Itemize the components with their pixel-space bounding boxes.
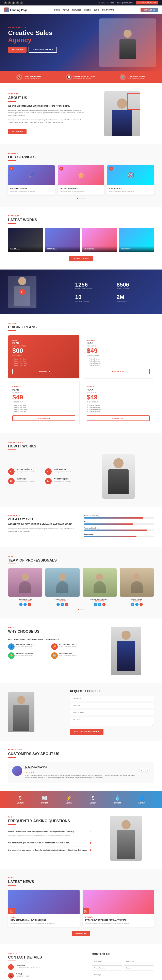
news-divider: [8, 885, 16, 886]
consult-email-input[interactable]: [70, 703, 154, 708]
news-read-more-btn[interactable]: READ MORE: [72, 931, 90, 936]
work-item-4[interactable]: TECHNOLOGY DIGITAL WORK: [119, 228, 154, 252]
contact-divider: [8, 961, 16, 961]
team-tw-3[interactable]: t: [98, 603, 101, 606]
consult-message-input[interactable]: [70, 717, 154, 726]
team-gp-4[interactable]: g: [140, 603, 143, 606]
work-item-1[interactable]: STRATEGY BUSINESS MINDS: [8, 228, 43, 252]
twitter-icon[interactable]: t: [8, 2, 11, 4]
about-text2: Lorem ipsum dolor sit amet, consectetur …: [8, 119, 84, 124]
testimonial-nav: ‹ ›: [139, 768, 150, 773]
nav-home[interactable]: Home: [54, 9, 60, 11]
news-grid: 20JAN CATEGORY HOW RETAILERS CAN CUT CON…: [8, 889, 154, 927]
plan-type-business: BUSINESS: [12, 386, 75, 388]
team-tw-2[interactable]: t: [61, 603, 64, 606]
contact-form-message[interactable]: [92, 972, 154, 980]
team-dot-2[interactable]: [80, 609, 82, 610]
team-fb-3[interactable]: f: [94, 603, 97, 606]
team-gp-2[interactable]: g: [65, 603, 68, 606]
how-steps: 01 Go To Experience Lorem ipsum dolor si…: [8, 468, 79, 484]
team-fb-2[interactable]: f: [57, 603, 60, 606]
partner-name-5: LOREM: [114, 802, 121, 804]
consult-submit-btn[interactable]: GET A FREE CONSULTATION: [70, 729, 103, 735]
contact-form-email[interactable]: [124, 959, 154, 964]
plan-btn-premium[interactable]: CHOOSE PLAN: [87, 415, 150, 421]
how-label: HOW IT WORKS: [8, 441, 154, 443]
how-divider: [8, 449, 16, 450]
faq-item-3: Our specialists approach gets them the m…: [8, 846, 92, 854]
dot-3[interactable]: [82, 197, 83, 199]
work-item-2[interactable]: MARKETING CREATIVE WORK: [45, 228, 80, 252]
read-more-btn[interactable]: READ MORE: [8, 47, 27, 52]
why-right: [98, 627, 154, 675]
step-content-3: Our Design Lorem ipsum dolor sit amet: [17, 478, 33, 483]
nav-about[interactable]: About: [63, 9, 69, 11]
service-title-3: EXTRA READY: [110, 187, 152, 189]
linkedin-icon[interactable]: in: [16, 2, 19, 4]
why-item-desc-4: Lorem ipsum dolor sit amet: [59, 655, 76, 656]
step-desc-3: Lorem ipsum dolor sit amet: [17, 480, 33, 483]
plan-btn-standard[interactable]: CHOOSE PLAN: [87, 369, 150, 374]
schedule-btn[interactable]: SCHEDULE A SERVICE: [29, 47, 57, 52]
about-read-more-btn[interactable]: READ MORE: [8, 129, 27, 134]
services-grid: 01 🖌️ CREATIVE DESIGN Lorem ipsum dolor …: [8, 165, 154, 194]
stat-label-2: HAPPY CLIENTS: [117, 288, 154, 290]
team-dot-3[interactable]: [83, 609, 84, 610]
step-content-4: Project Complete Lorem ipsum dolor sit a…: [54, 478, 71, 483]
team-gp-3[interactable]: g: [102, 603, 105, 606]
team-tw-4[interactable]: t: [135, 603, 138, 606]
hero-title-line2: Agency: [8, 36, 32, 44]
nav-pages[interactable]: Pages: [84, 9, 91, 11]
faq-arrow-2: ▶: [90, 842, 92, 844]
facebook-icon[interactable]: f: [4, 2, 7, 4]
faq-item-2: Our consultants give you their take on t…: [8, 839, 92, 846]
view-all-btn[interactable]: VIEW ALL WORKS: [69, 256, 93, 261]
faq-q-1[interactable]: We can research and track strategy consu…: [8, 830, 92, 832]
team-dot-1[interactable]: [78, 609, 79, 610]
consult-phone-input[interactable]: [70, 710, 154, 715]
testimonial-next-btn[interactable]: ›: [145, 768, 150, 773]
faq-q-3[interactable]: Our specialists approach gets them the m…: [8, 849, 92, 851]
contact-form-name[interactable]: [92, 959, 122, 964]
contact-form-subject[interactable]: [124, 966, 154, 970]
team-fb-1[interactable]: f: [19, 603, 22, 606]
google-icon[interactable]: g: [12, 2, 15, 4]
consult-name-input[interactable]: [70, 696, 154, 701]
news-card-1: 20JAN CATEGORY HOW RETAILERS CAN CUT CON…: [8, 889, 79, 927]
contact-form-phone[interactable]: [92, 966, 122, 970]
testimonial-text: Lorem ipsum dolor sit amet, consectetur …: [25, 774, 136, 779]
team-gp-1[interactable]: g: [28, 603, 31, 606]
nav-contact[interactable]: Contact Us: [102, 9, 114, 11]
dot-2[interactable]: [79, 197, 81, 199]
skills-subtitle: WE STRIVE TO BE THE BEST AND MAKE AWESOM…: [8, 523, 78, 525]
plan-btn-business[interactable]: CHOOSE PLAN: [12, 415, 75, 421]
faq-q-2[interactable]: Our consultants give you their take on t…: [8, 842, 92, 844]
about-image: [104, 91, 140, 136]
contact-btn[interactable]: CONTACT US: [141, 8, 158, 12]
why-item-3: 🎨 PRODUCT CREATION Lorem ipsum dolor sit…: [8, 652, 49, 659]
team-tw-1[interactable]: t: [24, 603, 27, 606]
stats-right: 1256 FINISHED PROJECTS 8506 HAPPY CLIENT…: [75, 282, 154, 302]
dot-1[interactable]: [77, 197, 78, 199]
dot-4[interactable]: [84, 197, 85, 199]
team-fb-4[interactable]: f: [131, 603, 134, 606]
schedule-button[interactable]: SCHEDULE A CONSULT: [136, 1, 158, 5]
team-role-2: DESIGNER: [45, 600, 79, 602]
carousel-dots: [8, 197, 154, 199]
contact-input-row-1: [92, 959, 154, 964]
launch-icon: 🚀: [16, 74, 22, 80]
team-member-2: JAMES MILLER DESIGNER f t g: [45, 568, 79, 606]
logo-text: Landing Page: [10, 8, 27, 11]
play-button[interactable]: ▶: [19, 289, 25, 295]
about-text1: Lorem ipsum dolor sit amet, consectetur …: [8, 109, 84, 117]
stats-section: ▶ 1256 FINISHED PROJECTS 8506 HAPPY CLIE…: [0, 269, 162, 314]
faq-divider: [8, 824, 16, 825]
nav-blog[interactable]: Blog: [94, 9, 99, 11]
skill-bar-2: Finance: [84, 521, 154, 525]
testimonial-prev-btn[interactable]: ‹: [139, 768, 144, 773]
hero-subtitle: WE ARE CREATIVE: [8, 27, 88, 29]
youtube-icon[interactable]: yt: [20, 2, 23, 4]
nav-services[interactable]: Services: [72, 9, 81, 11]
work-item-3[interactable]: SOCIAL MEDIA BRAND STRATEGY: [82, 228, 117, 252]
plan-btn-free[interactable]: CHOOSE PLAN: [12, 369, 75, 374]
